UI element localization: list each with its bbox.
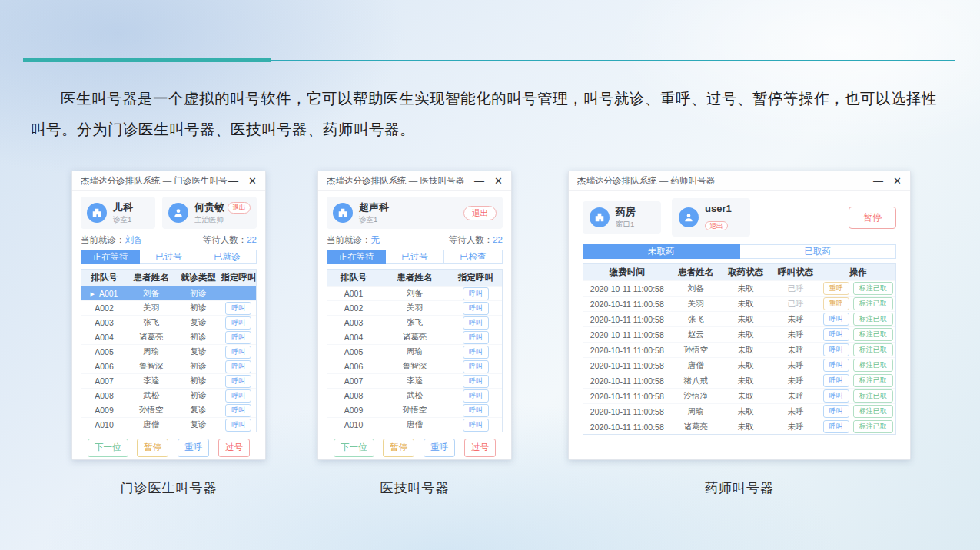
call-button[interactable]: 呼叫 bbox=[463, 360, 489, 373]
close-icon[interactable]: ✕ bbox=[893, 176, 902, 186]
pause-button[interactable]: 暂停 bbox=[383, 439, 414, 457]
pickup-row[interactable]: 2020-10-11 11:00:58猪八戒未取未呼呼叫标注已取 bbox=[583, 373, 895, 388]
queue-row[interactable]: A002关羽初诊呼叫 bbox=[81, 300, 256, 315]
queue-row[interactable]: A005周瑜呼叫 bbox=[327, 344, 502, 359]
call-button[interactable]: 呼叫 bbox=[823, 374, 849, 387]
next-button[interactable]: 下一位 bbox=[88, 439, 128, 457]
call-button[interactable]: 呼叫 bbox=[463, 316, 489, 330]
tab-passed[interactable]: 已过号 bbox=[386, 250, 444, 264]
tab-checked[interactable]: 已检查 bbox=[444, 250, 503, 264]
queue-row[interactable]: A005周瑜复诊呼叫 bbox=[81, 344, 256, 359]
mark-taken-button[interactable]: 标注已取 bbox=[853, 389, 893, 403]
call-button[interactable]: 呼叫 bbox=[463, 346, 489, 359]
next-button[interactable]: 下一位 bbox=[334, 439, 374, 457]
minimize-icon[interactable]: — bbox=[873, 176, 883, 186]
mark-taken-button[interactable]: 标注已取 bbox=[853, 359, 893, 372]
mark-taken-button[interactable]: 标注已取 bbox=[853, 328, 893, 341]
operations-cell: 呼叫标注已取 bbox=[821, 405, 895, 418]
pickup-row[interactable]: 2020-10-11 11:00:58张飞未取未呼呼叫标注已取 bbox=[583, 311, 895, 326]
queue-row[interactable]: A009孙悟空呼叫 bbox=[327, 403, 502, 417]
call-button[interactable]: 呼叫 bbox=[823, 343, 849, 356]
queue-row[interactable]: A004诸葛亮初诊呼叫 bbox=[81, 330, 256, 344]
skip-button[interactable]: 过号 bbox=[218, 439, 250, 457]
call-button[interactable]: 呼叫 bbox=[225, 316, 251, 330]
exit-button[interactable]: 退出 bbox=[463, 206, 497, 220]
pickup-row[interactable]: 2020-10-11 11:00:58刘备未取已呼重呼标注已取 bbox=[583, 280, 895, 296]
queue-row[interactable]: A006鲁智深初诊呼叫 bbox=[81, 359, 256, 373]
tab-passed[interactable]: 已过号 bbox=[140, 250, 198, 264]
call-button[interactable]: 呼叫 bbox=[225, 360, 251, 373]
pickup-row[interactable]: 2020-10-11 11:00:58孙悟空未取未呼呼叫标注已取 bbox=[583, 342, 895, 357]
call-button[interactable]: 呼叫 bbox=[225, 389, 251, 403]
pickup-row[interactable]: 2020-10-11 11:00:58赵云未取未呼呼叫标注已取 bbox=[583, 326, 895, 342]
close-icon[interactable]: ✕ bbox=[248, 176, 257, 186]
queue-row[interactable]: A006鲁智深呼叫 bbox=[327, 359, 502, 373]
pickup-row[interactable]: 2020-10-11 11:00:58周瑜未取未呼呼叫标注已取 bbox=[583, 403, 895, 419]
call-button[interactable]: 呼叫 bbox=[823, 328, 849, 341]
call-button[interactable]: 呼叫 bbox=[463, 389, 489, 403]
mark-taken-button[interactable]: 标注已取 bbox=[853, 297, 893, 310]
mark-taken-button[interactable]: 标注已取 bbox=[853, 282, 893, 295]
recall-button[interactable]: 重呼 bbox=[823, 297, 849, 310]
visit-type: 初诊 bbox=[176, 361, 221, 372]
call-button[interactable]: 呼叫 bbox=[225, 331, 251, 344]
recall-button[interactable]: 重呼 bbox=[424, 439, 455, 457]
exit-badge[interactable]: 退出 bbox=[705, 221, 728, 230]
call-button[interactable]: 呼叫 bbox=[823, 405, 849, 418]
call-button[interactable]: 呼叫 bbox=[823, 313, 849, 326]
tab-not-taken[interactable]: 未取药 bbox=[583, 244, 740, 259]
queue-row[interactable]: A008武松初诊呼叫 bbox=[81, 388, 256, 403]
mark-taken-button[interactable]: 标注已取 bbox=[853, 374, 893, 387]
queue-row[interactable]: A007李逵呼叫 bbox=[327, 373, 502, 388]
tab-waiting[interactable]: 正在等待 bbox=[81, 250, 140, 264]
queue-row[interactable]: A007李逵初诊呼叫 bbox=[81, 373, 256, 388]
call-button[interactable]: 呼叫 bbox=[823, 359, 849, 372]
queue-row[interactable]: A004诸葛亮呼叫 bbox=[327, 330, 502, 344]
queue-row[interactable]: A010唐僧呼叫 bbox=[327, 417, 502, 432]
recall-button[interactable]: 重呼 bbox=[823, 282, 849, 295]
queue-row[interactable]: A008武松呼叫 bbox=[327, 388, 502, 403]
queue-row[interactable]: A009孙悟空复诊呼叫 bbox=[81, 403, 256, 417]
call-button[interactable]: 呼叫 bbox=[225, 302, 251, 315]
queue-row[interactable]: A010唐僧复诊呼叫 bbox=[81, 417, 256, 432]
tab-seen[interactable]: 已就诊 bbox=[198, 250, 257, 264]
pickup-row[interactable]: 2020-10-11 11:00:58沙悟净未取未呼呼叫标注已取 bbox=[583, 388, 895, 403]
tab-taken[interactable]: 已取药 bbox=[740, 244, 897, 259]
call-button[interactable]: 呼叫 bbox=[463, 419, 489, 432]
queue-row[interactable]: A002关羽呼叫 bbox=[327, 300, 502, 315]
exit-badge[interactable]: 退出 bbox=[228, 202, 251, 214]
queue-row[interactable]: A003张飞复诊呼叫 bbox=[81, 315, 256, 330]
call-button[interactable]: 呼叫 bbox=[225, 346, 251, 359]
call-button[interactable]: 呼叫 bbox=[823, 420, 849, 433]
mark-taken-button[interactable]: 标注已取 bbox=[853, 343, 893, 356]
call-button[interactable]: 呼叫 bbox=[463, 404, 489, 417]
pickup-row[interactable]: 2020-10-11 11:00:58诸葛亮未取未呼呼叫标注已取 bbox=[583, 419, 895, 434]
call-button[interactable]: 呼叫 bbox=[463, 331, 489, 344]
tab-waiting[interactable]: 正在等待 bbox=[327, 250, 386, 264]
close-icon[interactable]: ✕ bbox=[494, 176, 503, 186]
pickup-row[interactable]: 2020-10-11 11:00:58关羽未取已呼重呼标注已取 bbox=[583, 296, 895, 311]
queue-row[interactable]: A003张飞呼叫 bbox=[327, 315, 502, 330]
skip-button[interactable]: 过号 bbox=[464, 439, 496, 457]
call-button[interactable]: 呼叫 bbox=[225, 375, 251, 388]
recall-button[interactable]: 重呼 bbox=[178, 439, 209, 457]
queue-row[interactable]: ▶A001刘备初诊 bbox=[81, 286, 256, 300]
pickup-tabs: 未取药已取药 bbox=[583, 244, 896, 259]
call-button[interactable]: 呼叫 bbox=[463, 287, 489, 300]
call-button[interactable]: 呼叫 bbox=[225, 419, 251, 432]
queue-row[interactable]: A001刘备呼叫 bbox=[327, 286, 502, 300]
call-button[interactable]: 呼叫 bbox=[225, 404, 251, 417]
pickup-row[interactable]: 2020-10-11 11:00:58唐僧未取未呼呼叫标注已取 bbox=[583, 357, 895, 373]
pause-button[interactable]: 暂停 bbox=[137, 439, 168, 457]
minimize-icon[interactable]: — bbox=[228, 176, 238, 186]
call-button[interactable]: 呼叫 bbox=[823, 389, 849, 403]
minimize-icon[interactable]: — bbox=[474, 176, 484, 186]
queue-number: A003 bbox=[81, 318, 127, 327]
mark-taken-button[interactable]: 标注已取 bbox=[853, 313, 893, 326]
pause-button[interactable]: 暂停 bbox=[849, 207, 896, 229]
building-icon bbox=[590, 207, 610, 227]
mark-taken-button[interactable]: 标注已取 bbox=[853, 405, 893, 418]
call-button[interactable]: 呼叫 bbox=[463, 375, 489, 388]
call-button[interactable]: 呼叫 bbox=[463, 302, 489, 315]
mark-taken-button[interactable]: 标注已取 bbox=[853, 420, 893, 433]
